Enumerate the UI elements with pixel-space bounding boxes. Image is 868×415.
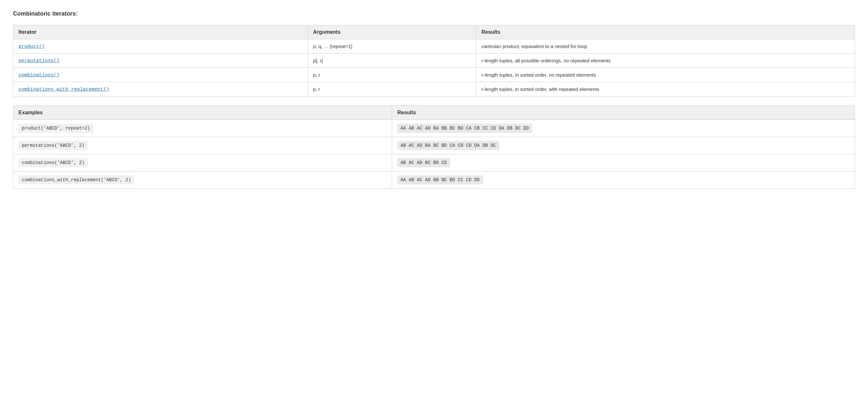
iterator-results: r-length tuples, in sorted order, with r… — [476, 82, 855, 96]
iterator-link[interactable]: permutations() — [19, 58, 59, 64]
table-row: product('ABCD', repeat=2)AA AB AC AD BA … — [13, 120, 855, 137]
table-row: combinations()p, rr-length tuples, in so… — [13, 68, 855, 82]
examples-table: Examples Results product('ABCD', repeat=… — [13, 105, 855, 189]
table-row: permutations()p[, r]r-length tuples, all… — [13, 54, 855, 68]
iterator-arguments: p, r — [308, 82, 476, 96]
example-results: AA AB AC AD BA BB BC BD CA CB CC CD DA D… — [392, 120, 855, 137]
page-title: Combinatoric iterators: — [13, 10, 855, 17]
table-row: product()p, q, … [repeat=1]cartesian pro… — [13, 39, 855, 54]
iterator-results: r-length tuples, all possible orderings,… — [476, 54, 855, 68]
iterator-results: cartesian product, equivalent to a neste… — [476, 39, 855, 54]
iterator-arguments: p, q, … [repeat=1] — [308, 39, 476, 54]
iterator-results: r-length tuples, in sorted order, no rep… — [476, 68, 855, 82]
iterators-header-arguments: Arguments — [308, 25, 476, 39]
table-row: combinations('ABCD', 2)AB AC AD BC BD CD — [13, 154, 855, 171]
iterator-link[interactable]: combinations_with_replacement() — [19, 87, 109, 92]
iterators-table: Iterator Arguments Results product()p, q… — [13, 25, 855, 96]
iterator-link[interactable]: product() — [19, 44, 45, 50]
table-row: permutations('ABCD', 2)AB AC AD BA BC BD… — [13, 137, 855, 154]
iterator-arguments: p, r — [308, 68, 476, 82]
iterator-arguments: p[, r] — [308, 54, 476, 68]
table-row: combinations_with_replacement('ABCD', 2)… — [13, 171, 855, 189]
table-row: combinations_with_replacement()p, rr-len… — [13, 82, 855, 96]
iterators-header-results: Results — [476, 25, 855, 39]
iterators-header-iterator: Iterator — [13, 25, 308, 39]
example-results: AA AB AC AD BB BC BD CC CD DD — [392, 171, 855, 189]
example-code: combinations_with_replacement('ABCD', 2) — [13, 171, 392, 189]
example-code: combinations('ABCD', 2) — [13, 154, 392, 171]
examples-header-results: Results — [392, 106, 855, 120]
example-results: AB AC AD BA BC BD CA CB CD DA DB DC — [392, 137, 855, 154]
iterator-link[interactable]: combinations() — [19, 72, 59, 78]
example-code: product('ABCD', repeat=2) — [13, 120, 392, 137]
examples-header-examples: Examples — [13, 106, 392, 120]
example-code: permutations('ABCD', 2) — [13, 137, 392, 154]
example-results: AB AC AD BC BD CD — [392, 154, 855, 171]
